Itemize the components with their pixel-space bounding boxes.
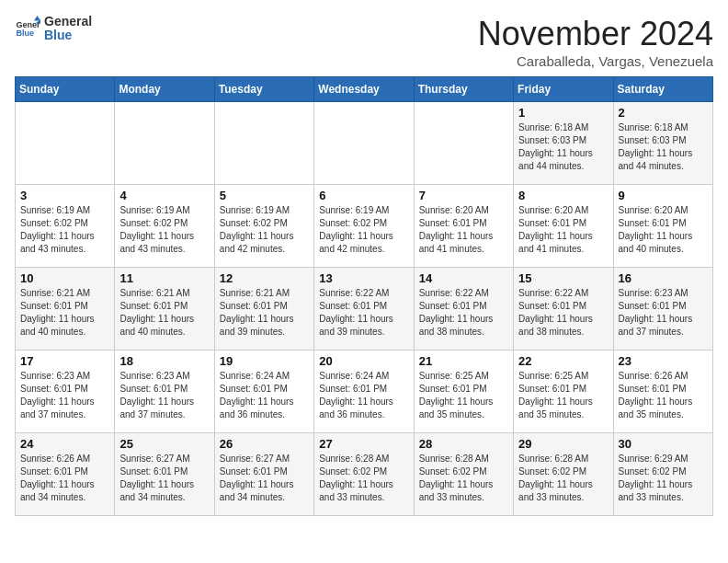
table-row: 4 Sunrise: 6:19 AM Sunset: 6:02 PM Dayli… xyxy=(115,185,214,268)
daylight: Daylight: 11 hours and 42 minutes. xyxy=(220,231,294,254)
day-number: 12 xyxy=(220,271,309,285)
day-info: Sunrise: 6:22 AM Sunset: 6:01 PM Dayligh… xyxy=(419,287,508,339)
table-row: 5 Sunrise: 6:19 AM Sunset: 6:02 PM Dayli… xyxy=(214,185,313,268)
day-info: Sunrise: 6:19 AM Sunset: 6:02 PM Dayligh… xyxy=(20,204,109,256)
week-row-1: 1 Sunrise: 6:18 AM Sunset: 6:03 PM Dayli… xyxy=(16,102,713,185)
day-number: 2 xyxy=(619,106,708,120)
daylight: Daylight: 11 hours and 40 minutes. xyxy=(20,314,95,337)
daylight: Daylight: 11 hours and 42 minutes. xyxy=(319,231,393,254)
day-info: Sunrise: 6:23 AM Sunset: 6:01 PM Dayligh… xyxy=(619,287,708,339)
table-row: 1 Sunrise: 6:18 AM Sunset: 6:03 PM Dayli… xyxy=(514,102,613,185)
sunset: Sunset: 6:01 PM xyxy=(419,301,487,311)
day-number: 24 xyxy=(20,437,109,451)
day-number: 25 xyxy=(119,437,209,451)
day-number: 10 xyxy=(20,271,109,285)
sunset: Sunset: 6:01 PM xyxy=(20,384,88,394)
sunset: Sunset: 6:01 PM xyxy=(119,384,188,394)
daylight: Daylight: 11 hours and 36 minutes. xyxy=(220,396,294,419)
daylight: Daylight: 11 hours and 38 minutes. xyxy=(518,314,593,337)
daylight: Daylight: 11 hours and 33 minutes. xyxy=(419,479,494,502)
col-sunday: Sunday xyxy=(16,77,115,102)
table-row: 18 Sunrise: 6:23 AM Sunset: 6:01 PM Dayl… xyxy=(115,350,214,433)
page-header: General Blue General Blue November 2024 … xyxy=(15,15,713,69)
table-row: 27 Sunrise: 6:28 AM Sunset: 6:02 PM Dayl… xyxy=(314,433,414,516)
daylight: Daylight: 11 hours and 34 minutes. xyxy=(20,479,95,502)
sunset: Sunset: 6:01 PM xyxy=(20,466,88,477)
day-info: Sunrise: 6:24 AM Sunset: 6:01 PM Dayligh… xyxy=(319,370,408,421)
col-tuesday: Tuesday xyxy=(214,77,313,102)
sunset: Sunset: 6:01 PM xyxy=(220,384,288,394)
day-number: 5 xyxy=(220,189,309,202)
day-info: Sunrise: 6:21 AM Sunset: 6:01 PM Dayligh… xyxy=(20,287,109,339)
day-info: Sunrise: 6:20 AM Sunset: 6:01 PM Dayligh… xyxy=(619,204,708,256)
week-row-5: 24 Sunrise: 6:26 AM Sunset: 6:01 PM Dayl… xyxy=(16,433,713,516)
sunrise: Sunrise: 6:27 AM xyxy=(119,454,189,464)
sunrise: Sunrise: 6:28 AM xyxy=(419,454,489,464)
table-row: 16 Sunrise: 6:23 AM Sunset: 6:01 PM Dayl… xyxy=(613,268,712,350)
sunrise: Sunrise: 6:22 AM xyxy=(518,288,588,298)
table-row: 29 Sunrise: 6:28 AM Sunset: 6:02 PM Dayl… xyxy=(514,433,613,516)
day-info: Sunrise: 6:21 AM Sunset: 6:01 PM Dayligh… xyxy=(119,287,209,339)
daylight: Daylight: 11 hours and 33 minutes. xyxy=(518,479,593,502)
sunset: Sunset: 6:01 PM xyxy=(119,301,188,311)
daylight: Daylight: 11 hours and 44 minutes. xyxy=(518,148,593,171)
sunset: Sunset: 6:01 PM xyxy=(419,218,487,228)
day-info: Sunrise: 6:28 AM Sunset: 6:02 PM Dayligh… xyxy=(319,453,408,504)
day-number: 29 xyxy=(518,437,608,451)
daylight: Daylight: 11 hours and 35 minutes. xyxy=(518,396,593,419)
day-info: Sunrise: 6:18 AM Sunset: 6:03 PM Dayligh… xyxy=(518,121,608,173)
week-row-2: 3 Sunrise: 6:19 AM Sunset: 6:02 PM Dayli… xyxy=(16,185,713,268)
daylight: Daylight: 11 hours and 33 minutes. xyxy=(619,479,693,502)
sunset: Sunset: 6:01 PM xyxy=(220,466,288,477)
daylight: Daylight: 11 hours and 35 minutes. xyxy=(419,396,494,419)
day-number: 3 xyxy=(20,189,109,202)
daylight: Daylight: 11 hours and 33 minutes. xyxy=(319,479,393,502)
daylight: Daylight: 11 hours and 44 minutes. xyxy=(619,148,693,171)
calendar-table: Sunday Monday Tuesday Wednesday Thursday… xyxy=(15,76,713,516)
sunrise: Sunrise: 6:28 AM xyxy=(518,454,588,464)
sunrise: Sunrise: 6:23 AM xyxy=(619,288,688,298)
col-friday: Friday xyxy=(514,77,613,102)
daylight: Daylight: 11 hours and 34 minutes. xyxy=(220,479,294,502)
day-number: 20 xyxy=(319,354,408,368)
table-row xyxy=(214,102,313,185)
day-number: 15 xyxy=(518,271,608,285)
day-number: 18 xyxy=(119,354,209,368)
day-number: 14 xyxy=(419,271,508,285)
sunset: Sunset: 6:01 PM xyxy=(20,301,88,311)
calendar-header-row: Sunday Monday Tuesday Wednesday Thursday… xyxy=(16,77,713,102)
sunrise: Sunrise: 6:23 AM xyxy=(119,371,189,381)
sunrise: Sunrise: 6:18 AM xyxy=(619,122,688,132)
sunset: Sunset: 6:01 PM xyxy=(619,301,687,311)
sunrise: Sunrise: 6:27 AM xyxy=(220,454,290,464)
daylight: Daylight: 11 hours and 37 minutes. xyxy=(119,396,194,419)
day-info: Sunrise: 6:27 AM Sunset: 6:01 PM Dayligh… xyxy=(119,453,209,504)
day-info: Sunrise: 6:25 AM Sunset: 6:01 PM Dayligh… xyxy=(518,370,608,421)
day-info: Sunrise: 6:19 AM Sunset: 6:02 PM Dayligh… xyxy=(220,204,309,256)
day-number: 26 xyxy=(220,437,309,451)
sunset: Sunset: 6:02 PM xyxy=(419,466,487,477)
day-number: 1 xyxy=(518,106,608,120)
table-row: 10 Sunrise: 6:21 AM Sunset: 6:01 PM Dayl… xyxy=(16,268,115,350)
table-row: 7 Sunrise: 6:20 AM Sunset: 6:01 PM Dayli… xyxy=(414,185,513,268)
day-info: Sunrise: 6:23 AM Sunset: 6:01 PM Dayligh… xyxy=(20,370,109,421)
table-row xyxy=(16,102,115,185)
day-info: Sunrise: 6:19 AM Sunset: 6:02 PM Dayligh… xyxy=(119,204,209,256)
day-info: Sunrise: 6:22 AM Sunset: 6:01 PM Dayligh… xyxy=(319,287,408,339)
table-row: 21 Sunrise: 6:25 AM Sunset: 6:01 PM Dayl… xyxy=(414,350,513,433)
col-saturday: Saturday xyxy=(613,77,712,102)
day-info: Sunrise: 6:24 AM Sunset: 6:01 PM Dayligh… xyxy=(220,370,309,421)
daylight: Daylight: 11 hours and 34 minutes. xyxy=(119,479,194,502)
day-number: 8 xyxy=(518,189,608,202)
table-row: 14 Sunrise: 6:22 AM Sunset: 6:01 PM Dayl… xyxy=(414,268,513,350)
sunset: Sunset: 6:02 PM xyxy=(518,466,586,477)
table-row xyxy=(314,102,414,185)
sunrise: Sunrise: 6:20 AM xyxy=(619,205,688,215)
daylight: Daylight: 11 hours and 36 minutes. xyxy=(319,396,393,419)
sunrise: Sunrise: 6:20 AM xyxy=(518,205,588,215)
table-row: 25 Sunrise: 6:27 AM Sunset: 6:01 PM Dayl… xyxy=(115,433,214,516)
sunrise: Sunrise: 6:26 AM xyxy=(20,454,90,464)
sunrise: Sunrise: 6:21 AM xyxy=(119,288,189,298)
day-info: Sunrise: 6:20 AM Sunset: 6:01 PM Dayligh… xyxy=(419,204,508,256)
daylight: Daylight: 11 hours and 40 minutes. xyxy=(619,231,693,254)
